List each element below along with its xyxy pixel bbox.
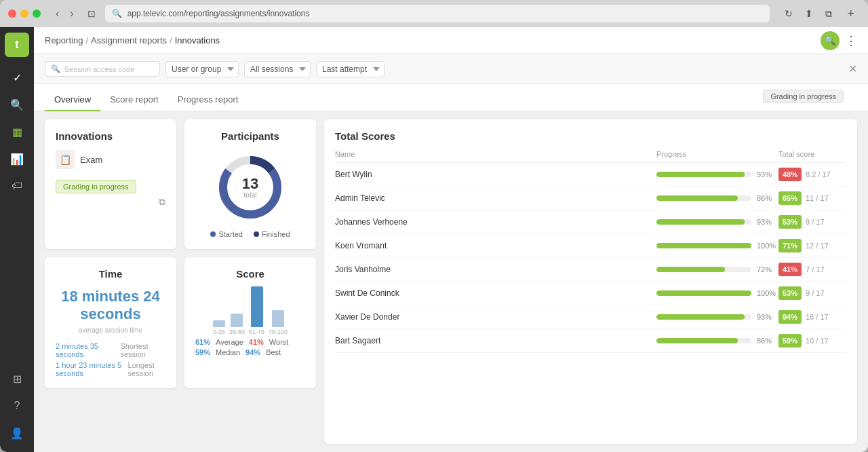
progress-bar-bg	[656, 267, 751, 272]
participants-total-label: total	[242, 191, 258, 199]
sidebar-logo[interactable]: t	[5, 33, 29, 57]
progress-bar-fill	[656, 172, 745, 177]
back-button[interactable]: ‹	[52, 6, 63, 21]
progress-pct: 93%	[757, 218, 778, 226]
bar-fill-26-50	[231, 314, 243, 327]
longest-label: Longest session	[128, 361, 165, 377]
session-access-code-input[interactable]: 🔍 Session access code	[45, 61, 160, 77]
score-fraction: 10 / 17	[806, 337, 829, 345]
score-badge: 59%	[778, 334, 802, 347]
score-cell: 48% 8.2 / 17	[778, 168, 846, 181]
table-row: Swint De Coninck 100% 53% 9 / 17	[335, 282, 846, 305]
name-cell: Xavier De Donder	[335, 312, 656, 322]
sidebar-item-check[interactable]: ✓	[5, 65, 29, 90]
total-scores-title: Total Scores	[335, 130, 846, 142]
sidebar-item-search[interactable]: 🔍	[5, 92, 29, 117]
tab-overview[interactable]: Overview	[45, 89, 100, 111]
scores-table: Name Progress Total score Bert Wylin 93%…	[335, 150, 846, 433]
score-bar-26-50: 26-50	[229, 314, 245, 335]
score-fraction: 11 / 17	[806, 194, 829, 202]
score-badge: 94%	[778, 310, 802, 324]
close-filter-button[interactable]: ✕	[848, 62, 857, 75]
progress-bar-bg	[656, 219, 751, 225]
best-pct: 94%	[245, 348, 260, 356]
tab-overview-button[interactable]: ⧉	[821, 7, 836, 21]
reload-button[interactable]: ↻	[781, 7, 797, 21]
breadcrumb-current: Innovations	[175, 35, 220, 45]
more-button[interactable]: ⋮	[845, 33, 857, 48]
maximize-button[interactable]	[33, 10, 41, 18]
minimize-button[interactable]	[20, 10, 28, 18]
sessions-select[interactable]: All sessions	[244, 61, 311, 77]
tab-progress-report[interactable]: Progress report	[168, 89, 248, 111]
score-cell: 71% 12 / 17	[778, 239, 846, 252]
progress-pct: 100%	[757, 289, 778, 297]
sidebar-item-reporting[interactable]: ▦	[5, 119, 29, 144]
address-bar[interactable]: 🔍 app.televic.com/reporting/assignments/…	[105, 5, 770, 22]
external-link-icon[interactable]: ⧉	[159, 196, 165, 208]
score-bar-76-100: 76-100	[269, 310, 288, 335]
legend-started-label: Started	[218, 230, 242, 238]
score-cell: 65% 11 / 17	[778, 191, 846, 205]
longest-session-row: 1 hour 23 minutes 5 seconds Longest sess…	[56, 361, 165, 377]
top-cards-row: Innovations 📋 Exam Grading in progress ⧉	[45, 119, 316, 249]
share-button[interactable]: ⬆	[801, 7, 817, 21]
median-label: Median	[216, 348, 240, 356]
close-button[interactable]	[8, 10, 16, 18]
breadcrumb-reporting[interactable]: Reporting	[45, 35, 83, 45]
average-pct: 61%	[195, 338, 210, 346]
progress-pct: 100%	[757, 242, 778, 250]
median-pct: 59%	[195, 348, 210, 356]
progress-pct: 72%	[757, 265, 778, 274]
grading-in-progress-badge: Grading in progress	[763, 90, 844, 103]
breadcrumb-assignment-reports[interactable]: Assignment reports	[91, 35, 167, 45]
name-cell: Johannes Verhoene	[335, 217, 656, 227]
name-cell: Admin Televic	[335, 193, 656, 203]
user-group-select[interactable]: User or group	[165, 61, 239, 77]
time-stats: 2 minutes 35 seconds Shortest session 1 …	[56, 342, 165, 377]
tab-score-report[interactable]: Score report	[100, 89, 168, 111]
forward-button[interactable]: ›	[66, 6, 77, 21]
content-area: Innovations 📋 Exam Grading in progress ⧉	[34, 111, 868, 452]
progress-bar-fill	[656, 267, 725, 272]
attempt-select[interactable]: Last attempt	[316, 61, 384, 77]
table-row: Johannes Verhoene 93% 53% 9 / 17	[335, 210, 846, 234]
longest-value: 1 hour 23 minutes 5 seconds	[56, 361, 123, 377]
browser-window: ‹ › ⊡ 🔍 app.televic.com/reporting/assign…	[0, 0, 868, 452]
table-row: Bart Sagaert 86% 59% 10 / 17	[335, 329, 846, 353]
sidebar-item-analytics[interactable]: 📊	[5, 147, 29, 171]
progress-bar-fill	[656, 195, 738, 201]
progress-cell: 93%	[656, 218, 778, 226]
new-tab-button[interactable]: +	[842, 5, 860, 22]
address-text: app.televic.com/reporting/assignments/in…	[127, 9, 310, 18]
search-button[interactable]: 🔍	[821, 31, 840, 50]
table-row: Xavier De Donder 93% 94% 16 / 17	[335, 305, 846, 329]
session-placeholder: Session access code	[64, 65, 134, 73]
score-cell: 94% 16 / 17	[778, 310, 846, 324]
table-row: Admin Televic 86% 65% 11 / 17	[335, 187, 846, 210]
sidebar-item-badge[interactable]: 🏷	[5, 174, 29, 198]
bottom-cards-row: Time 18 minutes 24 seconds average sessi…	[45, 257, 316, 388]
exam-icon: 📋	[56, 150, 75, 169]
legend-started: Started	[210, 230, 242, 238]
top-bar: Reporting / Assignment reports / Innovat…	[34, 27, 868, 54]
innovations-title: Innovations	[56, 130, 165, 142]
progress-bar-bg	[656, 290, 751, 296]
progress-pct: 93%	[757, 313, 778, 321]
score-median-row: 59% Median 94% Best	[195, 348, 305, 356]
bar-fill-51-75	[251, 286, 263, 327]
progress-pct: 86%	[757, 337, 778, 345]
sidebar-item-user[interactable]: 👤	[5, 421, 29, 445]
participants-total: 13	[242, 176, 258, 191]
reader-button[interactable]: ⊡	[83, 7, 100, 20]
progress-bar-fill	[656, 314, 745, 320]
name-cell: Bart Sagaert	[335, 336, 656, 345]
score-cell: 53% 9 / 17	[778, 215, 846, 229]
score-badge: 71%	[778, 239, 802, 252]
range-51-75: 51-75	[249, 328, 264, 335]
sidebar-item-grid[interactable]: ⊞	[5, 366, 29, 391]
sidebar-item-help[interactable]: ?	[5, 394, 29, 418]
shortest-label: Shortest session	[121, 342, 166, 358]
started-dot	[210, 231, 216, 237]
progress-bar-fill	[656, 338, 738, 343]
